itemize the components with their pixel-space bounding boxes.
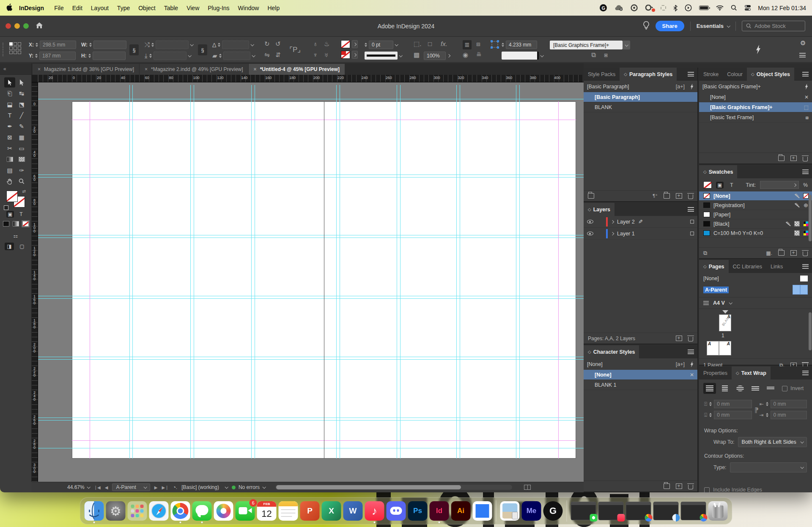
preview-view-button[interactable]: ▢	[17, 243, 27, 250]
horizontal-guide[interactable]	[38, 99, 584, 99]
swatches-fill-proxy[interactable]	[703, 181, 712, 188]
wrap-bounding-box-button[interactable]	[719, 383, 731, 394]
invert-checkbox[interactable]	[782, 386, 787, 391]
clear-overrides-icon[interactable]: ⧉	[591, 51, 596, 59]
swatch-row[interactable]: C=100 M=0 Y=0 K=0	[699, 229, 812, 238]
spotlight-search-icon[interactable]	[731, 5, 737, 11]
vertical-guide[interactable]	[336, 85, 337, 459]
horizontal-guide[interactable]	[38, 357, 584, 357]
gradient-swatch-tool[interactable]	[4, 154, 15, 164]
style-group-folder-icon[interactable]	[588, 193, 594, 199]
preflight-errors[interactable]: No errors	[232, 484, 265, 490]
stroke-dropdown[interactable]	[352, 51, 358, 59]
delete-layer-button[interactable]	[688, 337, 693, 341]
show-swatch-kinds-icon[interactable]: ⧉	[703, 250, 707, 257]
layer-visibility-eye-icon[interactable]	[587, 220, 593, 224]
dock-powerpoint-icon[interactable]: P	[300, 501, 320, 521]
gradient-feather-tool[interactable]	[16, 154, 27, 164]
ghub-menu-icon[interactable]: G	[600, 4, 607, 11]
stroke-weight-field[interactable]: 0 pt	[365, 41, 398, 49]
dock-excel-icon[interactable]: X	[322, 501, 341, 521]
minimize-window-button[interactable]	[14, 23, 20, 29]
close-window-button[interactable]	[5, 23, 11, 29]
swatches-text-button[interactable]: T	[728, 182, 735, 188]
pasteboard-canvas[interactable]	[38, 82, 584, 482]
wrap-bounding-icon[interactable]: ⧈	[476, 40, 480, 48]
rotation-angle-field[interactable]: ∆	[212, 41, 253, 49]
style-lightning-icon[interactable]	[690, 83, 694, 90]
layer-row[interactable]: Layer 1	[584, 228, 697, 240]
menu-file[interactable]: File	[50, 3, 68, 13]
object-style-row[interactable]: [Basic Text Frame]⧇	[699, 112, 812, 123]
tab-paragraph-styles[interactable]: ◇Paragraph Styles	[620, 68, 677, 81]
controlbar-grip[interactable]	[3, 43, 4, 56]
flip-horizontal-icon[interactable]: ⇋	[264, 51, 270, 59]
left-offset-field[interactable]: ⇤ 0 mm	[760, 400, 807, 408]
menu-table[interactable]: Table	[160, 3, 182, 13]
drop-shadow-icon[interactable]: □	[428, 40, 432, 47]
next-page-button[interactable]: ▶	[154, 485, 158, 490]
horizontal-scrollbar[interactable]	[275, 485, 512, 490]
active-app-name[interactable]: InDesign	[15, 3, 48, 13]
text-wrap-menu-icon[interactable]	[802, 371, 809, 375]
horizontal-guide[interactable]	[38, 235, 584, 235]
select-content-icon[interactable]: ♨	[324, 40, 329, 48]
scale-y-field[interactable]: ⤓	[145, 52, 191, 60]
fill-dropdown[interactable]	[352, 40, 358, 48]
dock-illustrator-icon[interactable]: Ai	[451, 501, 471, 521]
new-layer-button[interactable]	[676, 336, 682, 341]
horizontal-guide[interactable]	[38, 175, 584, 175]
view-options-icon[interactable]: ⚏	[12, 232, 19, 239]
x-position-field[interactable]: X: 298.5 mm	[29, 41, 76, 49]
wrap-none-button[interactable]	[703, 383, 716, 394]
dock-discord-icon[interactable]	[387, 501, 406, 521]
reference-p-icon[interactable]: ⌜P⌟	[289, 45, 301, 54]
swatches-scrollbar[interactable]	[809, 195, 812, 241]
character-styles-menu-icon[interactable]	[688, 350, 694, 354]
tab-object-styles[interactable]: ◇Object Styles	[747, 68, 794, 81]
delete-swatch-button[interactable]	[803, 251, 808, 256]
wrap-none-icon[interactable]: ≣	[463, 40, 472, 49]
tab-close-icon[interactable]: ×	[38, 66, 41, 72]
vertical-guide[interactable]	[251, 85, 252, 459]
dock-minimized-chrome[interactable]	[626, 502, 651, 520]
tab-style-packs[interactable]: Style Packs	[584, 68, 620, 81]
new-swatch-group-icon[interactable]	[778, 250, 785, 256]
page-tool[interactable]: ⎗	[4, 88, 15, 98]
layers-menu-icon[interactable]	[688, 207, 694, 212]
preflight-icon[interactable]: ◔.	[173, 484, 178, 490]
dock-facetime-icon[interactable]: 6	[236, 501, 255, 521]
display-menu-icon[interactable]	[661, 5, 666, 11]
constrain-scale-link[interactable]: §	[198, 44, 207, 55]
vertical-guide[interactable]	[190, 85, 191, 459]
dock-chrome-icon[interactable]	[171, 501, 190, 521]
wrap-jump-icon[interactable]: ≞	[476, 51, 482, 59]
dock-word-icon[interactable]: W	[343, 501, 363, 521]
frame-tool[interactable]: ⊠	[4, 132, 15, 142]
pen-tool[interactable]: ✒	[4, 121, 15, 131]
zoom-level[interactable]: 44.67%	[67, 484, 90, 490]
free-transform-tool[interactable]: ▭	[16, 143, 27, 153]
delete-character-style-button[interactable]	[688, 485, 693, 489]
page-size-label[interactable]: A4 V	[713, 300, 725, 306]
object-style-dropdown[interactable]: [Basic Graphics Frame]+	[550, 41, 630, 49]
tab-close-icon[interactable]: ×	[254, 66, 257, 72]
layer-expand-chevron[interactable]	[611, 220, 614, 223]
wifi-icon[interactable]	[716, 5, 724, 11]
delete-object-style-button[interactable]	[803, 157, 808, 161]
menu-plugins[interactable]: Plug-Ins	[203, 3, 233, 13]
pages-view-icon[interactable]	[703, 301, 709, 306]
page-select-dropdown[interactable]: A-Parent	[112, 483, 150, 491]
menu-view[interactable]: View	[182, 3, 203, 13]
delete-paragraph-style-button[interactable]	[688, 194, 693, 199]
default-fill-stroke-icon[interactable]	[4, 205, 8, 210]
line-tool[interactable]: ╱	[16, 110, 27, 120]
shear-angle-field[interactable]: ▰	[212, 52, 255, 60]
menu-object[interactable]: Object	[134, 3, 159, 13]
previous-page-button[interactable]: ◀	[105, 485, 108, 490]
horizontal-guide[interactable]	[38, 298, 584, 299]
new-character-style-button[interactable]	[676, 483, 682, 489]
bottom-offset-field[interactable]: ⍗ 0 mm	[704, 411, 752, 419]
layer-expand-chevron[interactable]	[611, 232, 614, 235]
apply-color-button[interactable]	[3, 221, 9, 227]
